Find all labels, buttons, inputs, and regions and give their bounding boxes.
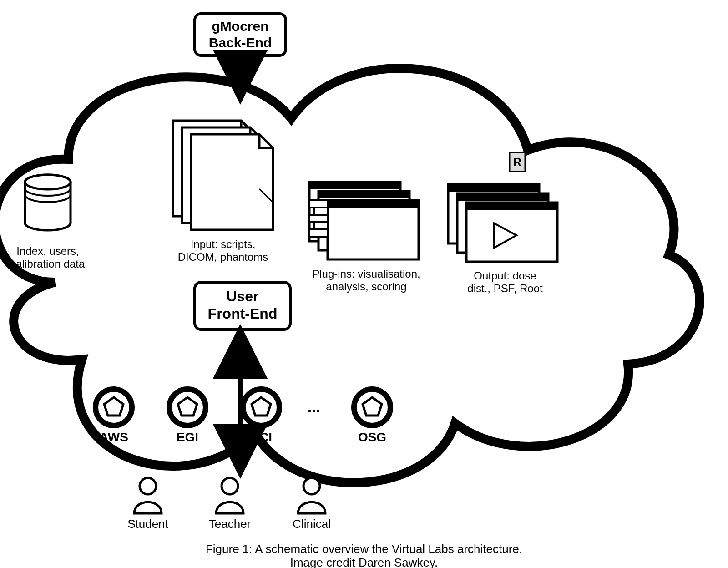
plugins-caption-l2: analysis, scoring bbox=[326, 280, 406, 293]
user-icon bbox=[216, 478, 243, 513]
service-node-icon bbox=[354, 389, 390, 426]
svg-point-2 bbox=[25, 175, 71, 189]
svg-rect-7 bbox=[318, 191, 410, 198]
service-node-icon bbox=[169, 389, 206, 426]
service-node-icon bbox=[96, 389, 132, 426]
svg-text:R: R bbox=[513, 155, 522, 169]
svg-rect-13 bbox=[314, 222, 328, 229]
service-egi: EGI bbox=[177, 430, 198, 444]
caption-line2: Image credit Daren Sawkey. bbox=[290, 556, 438, 568]
service-aws: AWS bbox=[99, 430, 128, 444]
role-clinical: Clinical bbox=[293, 517, 331, 531]
role-student: Student bbox=[127, 517, 168, 531]
svg-rect-20 bbox=[466, 203, 557, 210]
roles-row: Student Teacher Clinical bbox=[127, 478, 331, 531]
svg-point-25 bbox=[222, 478, 238, 494]
svg-point-26 bbox=[303, 478, 320, 494]
output-caption-l2: dist., PSF, Root bbox=[467, 282, 543, 294]
output-badge: R bbox=[510, 152, 525, 172]
database-icon bbox=[25, 175, 71, 230]
output-windows-icon bbox=[448, 184, 557, 262]
backend-box: gMocren Back-End bbox=[195, 14, 286, 56]
service-nci: NCI bbox=[250, 430, 272, 444]
caption-line1: Figure 1: A schematic overview the Virtu… bbox=[206, 542, 522, 556]
svg-rect-10 bbox=[309, 200, 328, 208]
svg-rect-5 bbox=[309, 182, 400, 189]
frontend-box: User Front-End bbox=[195, 282, 290, 330]
documents-icon bbox=[173, 121, 273, 230]
svg-rect-12 bbox=[309, 215, 328, 222]
frontend-l1: User bbox=[226, 288, 258, 304]
service-osg: OSG bbox=[358, 430, 386, 444]
svg-rect-14 bbox=[309, 229, 328, 237]
svg-rect-11 bbox=[314, 208, 328, 215]
svg-point-24 bbox=[140, 478, 156, 494]
datastore-caption-l2: calibration data bbox=[11, 258, 85, 270]
output-caption-l1: Output: dose bbox=[474, 269, 536, 282]
user-icon bbox=[134, 478, 162, 513]
input-caption-l2: DICOM, phantoms bbox=[178, 251, 268, 263]
svg-rect-18 bbox=[457, 193, 548, 201]
backend-line1: gMocren bbox=[212, 19, 268, 34]
plugins-caption-l1: Plug-ins: visualisation, bbox=[312, 268, 420, 280]
plugins-icon bbox=[309, 182, 419, 259]
backend-line2: Back-End bbox=[209, 35, 272, 50]
svg-rect-8 bbox=[328, 200, 419, 259]
role-teacher: Teacher bbox=[209, 517, 251, 531]
datastore-caption-l1: Index, users, bbox=[16, 245, 79, 257]
svg-rect-16 bbox=[448, 184, 539, 192]
frontend-l2: Front-End bbox=[208, 305, 278, 322]
input-caption-l1: Input: scripts, bbox=[191, 238, 256, 250]
svg-rect-9 bbox=[328, 200, 419, 208]
services-ellipsis: ... bbox=[308, 398, 320, 415]
service-node-icon bbox=[243, 389, 279, 426]
